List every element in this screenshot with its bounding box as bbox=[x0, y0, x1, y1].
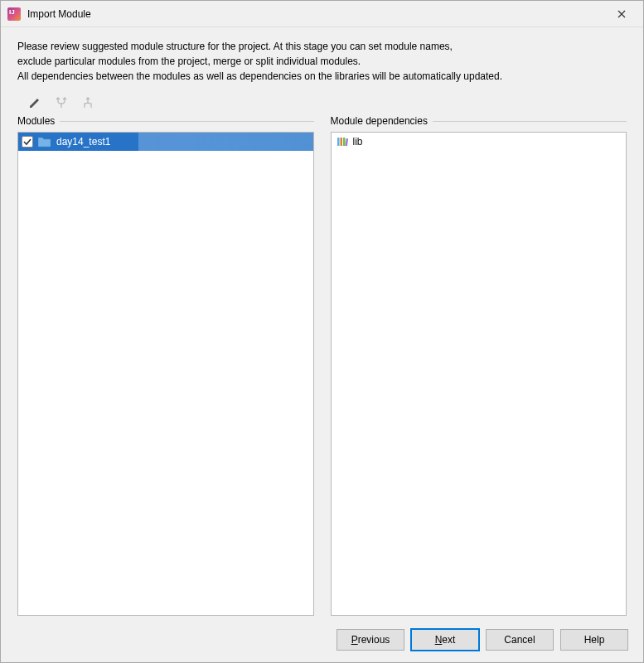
modules-list[interactable]: day14_test1 bbox=[17, 132, 314, 616]
svg-rect-0 bbox=[337, 138, 340, 146]
description-line-1: Please review suggested module structure… bbox=[17, 39, 627, 54]
next-button[interactable]: Next bbox=[411, 629, 479, 651]
modules-panel: Modules day14_test1 bbox=[17, 115, 314, 616]
description-text: Please review suggested module structure… bbox=[17, 39, 627, 84]
modules-panel-header: Modules bbox=[17, 115, 314, 127]
app-icon bbox=[7, 7, 21, 21]
description-line-3: All dependencies between the modules as … bbox=[17, 69, 627, 84]
merge-button bbox=[54, 95, 69, 110]
module-item[interactable]: day14_test1 bbox=[18, 133, 313, 151]
help-button[interactable]: Help bbox=[560, 629, 628, 651]
folder-icon bbox=[38, 136, 51, 148]
window-title: Import Module bbox=[27, 8, 607, 20]
dependencies-list[interactable]: lib bbox=[331, 132, 627, 616]
titlebar: Import Module bbox=[1, 1, 643, 27]
content-area: Please review suggested module structure… bbox=[1, 27, 643, 621]
close-button[interactable] bbox=[607, 2, 637, 26]
merge-icon bbox=[55, 96, 68, 109]
cancel-button[interactable]: Cancel bbox=[486, 629, 554, 651]
redacted-region bbox=[138, 133, 313, 151]
previous-button[interactable]: Previous bbox=[337, 629, 404, 651]
svg-rect-3 bbox=[345, 138, 348, 146]
library-icon bbox=[337, 136, 348, 148]
panels-container: Modules day14_test1 bbox=[17, 115, 627, 616]
edit-button[interactable] bbox=[27, 95, 42, 110]
split-button bbox=[80, 95, 95, 110]
dependencies-header-label: Module dependencies bbox=[331, 115, 428, 127]
module-checkbox[interactable] bbox=[22, 136, 33, 148]
header-divider bbox=[60, 121, 313, 122]
checkmark-icon bbox=[23, 138, 31, 146]
svg-rect-1 bbox=[340, 138, 342, 146]
next-label-rest: ext bbox=[442, 634, 455, 646]
modules-header-label: Modules bbox=[17, 115, 55, 127]
header-divider bbox=[433, 121, 627, 122]
module-name: day14_test1 bbox=[56, 136, 110, 148]
import-module-dialog: Import Module Please review suggested mo… bbox=[0, 0, 644, 663]
toolbar bbox=[17, 92, 627, 115]
pencil-icon bbox=[28, 96, 41, 109]
dependencies-panel: Module dependencies lib bbox=[331, 115, 627, 616]
button-bar: Previous Next Cancel Help bbox=[1, 621, 643, 662]
previous-label-rest: revious bbox=[358, 634, 390, 646]
close-icon bbox=[617, 10, 626, 18]
svg-rect-2 bbox=[343, 138, 346, 146]
dependencies-panel-header: Module dependencies bbox=[331, 115, 627, 127]
description-line-2: exclude particular modules from the proj… bbox=[17, 54, 627, 69]
split-icon bbox=[81, 96, 94, 109]
dependency-item[interactable]: lib bbox=[332, 133, 627, 151]
dependency-name: lib bbox=[353, 136, 363, 148]
